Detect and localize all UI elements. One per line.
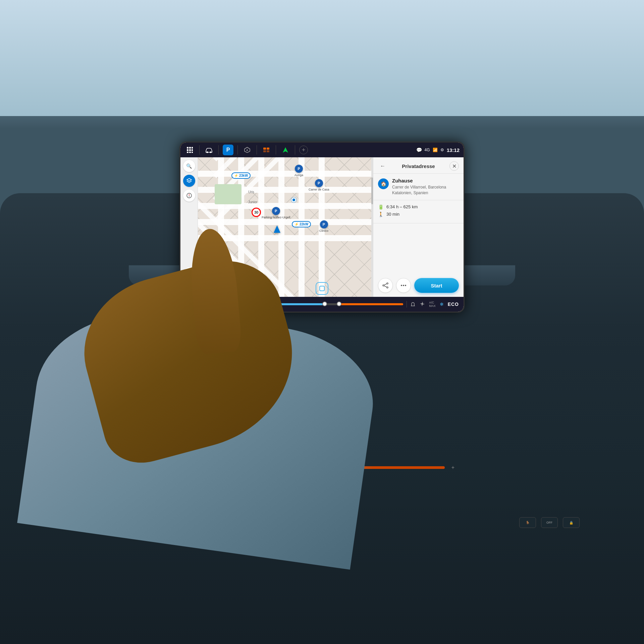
- svg-point-23: [401, 285, 402, 286]
- search-map-button[interactable]: 🔍: [183, 160, 195, 172]
- layers-button[interactable]: [183, 175, 195, 187]
- settings-icon: ⚙: [440, 148, 444, 152]
- svg-text:A: A: [246, 149, 248, 152]
- charging-station-2[interactable]: ⚡ 22kW: [292, 221, 311, 227]
- nav-bar: P A ASSIST: [180, 143, 464, 157]
- layers-map-button[interactable]: ⊞: [201, 282, 213, 294]
- wifi-icon: 📶: [433, 148, 438, 152]
- chat-icon: 💬: [416, 147, 422, 153]
- share-route-button[interactable]: [378, 278, 393, 293]
- nav-divider-6: [295, 145, 295, 155]
- panel-title: Privatadresse: [402, 163, 435, 169]
- snowflake-icon[interactable]: ❄: [440, 302, 444, 307]
- panel-header: ← Privatadresse ✕: [373, 157, 464, 174]
- temperature-physical-slider[interactable]: [204, 466, 445, 469]
- svg-point-20: [383, 285, 384, 286]
- label-junior: Junior: [248, 200, 257, 204]
- start-navigation-button[interactable]: Start: [414, 278, 459, 293]
- panel-spacer: [373, 223, 464, 274]
- temperature-slider[interactable]: [259, 303, 403, 305]
- ac-button[interactable]: A/C: [232, 302, 240, 307]
- battery-stat-icon: 🔋: [378, 204, 384, 210]
- svg-point-22: [387, 287, 388, 288]
- parking-nav-icon[interactable]: P: [223, 145, 233, 155]
- back-button[interactable]: ←: [378, 161, 387, 171]
- status-bar: 💬 4G 📶 ⚙ 13:12: [416, 147, 460, 153]
- hazard-light-button[interactable]: !: [335, 489, 352, 506]
- nav-divider-5: [276, 145, 276, 155]
- seat-button-3[interactable]: 🔒: [563, 517, 580, 528]
- map-area[interactable]: ⚡ 23kW ⚡ 22kW P Auriga P: [198, 157, 371, 297]
- diagonal-streets: [198, 157, 371, 297]
- close-panel-button[interactable]: ✕: [449, 161, 459, 171]
- assist-nav-icon[interactable]: A ASSIST: [242, 145, 253, 155]
- settings-map-button[interactable]: ⚙: [183, 267, 195, 279]
- speed-limit-sign: 30: [252, 208, 261, 217]
- mode-nav-icon[interactable]: MODE: [261, 145, 272, 155]
- signal-icon: 4G: [425, 148, 430, 152]
- ac-max-button[interactable]: A/CMAX: [429, 301, 436, 308]
- nav-divider-4: [257, 145, 257, 155]
- route-options-button[interactable]: [396, 278, 411, 293]
- current-location-dot: [291, 198, 296, 202]
- navigation-nav-icon[interactable]: [280, 145, 291, 155]
- nav-divider-3: [237, 145, 238, 155]
- temp-slider-thumb-left[interactable]: [322, 302, 327, 306]
- apps-grid-icon[interactable]: [184, 145, 195, 155]
- clima-button[interactable]: CLIMA: [200, 302, 213, 307]
- seat-heat-icon[interactable]: [410, 301, 416, 308]
- svg-point-21: [387, 283, 388, 284]
- home-screen-icon: [319, 286, 325, 291]
- svg-point-9: [207, 152, 208, 153]
- duration-value: 6:34 h – 625 km: [386, 204, 418, 209]
- parking-nunez[interactable]: P Parking Núñez-Urgell: [262, 207, 290, 219]
- svg-point-10: [210, 152, 212, 153]
- svg-rect-0: [187, 147, 189, 149]
- power-button[interactable]: ⏻: [190, 464, 198, 472]
- clock-display: 13:12: [447, 147, 460, 153]
- park-area: [215, 184, 241, 204]
- add-nav-icon[interactable]: +: [299, 146, 308, 154]
- auto-button[interactable]: AUTO: [217, 302, 229, 307]
- physical-controls: ⏻ +: [179, 464, 465, 472]
- home-screen-button[interactable]: [316, 282, 328, 295]
- compass-button[interactable]: [183, 190, 195, 202]
- temperature-display: 22.0: [185, 301, 197, 308]
- svg-rect-15: [267, 150, 269, 152]
- route-stats: 🔋 6:34 h – 625 km 🚶 30 min: [373, 200, 464, 223]
- duration-stat: 🔋 6:34 h – 625 km: [378, 204, 459, 210]
- climate-divider-2: [407, 301, 407, 308]
- destination-details: Zuhause Carrer de Villarroel, Barcelona …: [392, 178, 446, 196]
- eco-mode-badge[interactable]: ECO: [448, 302, 459, 307]
- camera-button[interactable]: [183, 282, 195, 294]
- fan-icon[interactable]: [420, 301, 425, 308]
- map-bottom-controls: ⊞: [201, 282, 213, 294]
- climate-right-controls: A/CMAX ❄ ECO: [410, 301, 459, 308]
- destination-info: 🏠 Zuhause Carrer de Villarroel, Barcelon…: [373, 174, 464, 200]
- destination-address-line2: Katalonien, Spanien: [392, 190, 446, 196]
- air-direction-button[interactable]: [244, 301, 252, 308]
- action-row: Start: [373, 274, 464, 297]
- climate-divider: [255, 301, 255, 308]
- sky-background: [0, 0, 644, 116]
- svg-point-25: [405, 285, 406, 286]
- seat-button-1[interactable]: 🪑: [519, 517, 536, 528]
- parking-clinico[interactable]: P Clinico: [319, 220, 328, 232]
- svg-rect-2: [192, 147, 193, 149]
- route-panel: ← Privatadresse ✕ 🏠 Zuhause Carrer de Vi…: [373, 157, 464, 297]
- parking-carrer[interactable]: P Carrer de Casa: [309, 179, 329, 191]
- parking-auriga[interactable]: P Auriga: [294, 165, 303, 177]
- destination-address-line1: Carrer de Villarroel, Barcelona: [392, 184, 446, 190]
- physical-slider-thumb[interactable]: [272, 464, 278, 470]
- svg-rect-13: [267, 148, 269, 150]
- car-nav-icon[interactable]: [204, 145, 214, 155]
- car-interior: P A ASSIST: [0, 0, 644, 644]
- main-content: 🔍 ⚙: [180, 157, 464, 297]
- charging-station-1[interactable]: ⚡ 23kW: [231, 172, 251, 179]
- temp-plus-button[interactable]: +: [451, 465, 454, 471]
- svg-rect-4: [189, 149, 191, 151]
- seat-button-2[interactable]: OFF: [541, 517, 558, 528]
- svg-marker-16: [283, 147, 288, 153]
- temp-slider-thumb-right[interactable]: [337, 302, 341, 306]
- walk-stat: 🚶 30 min: [378, 212, 459, 217]
